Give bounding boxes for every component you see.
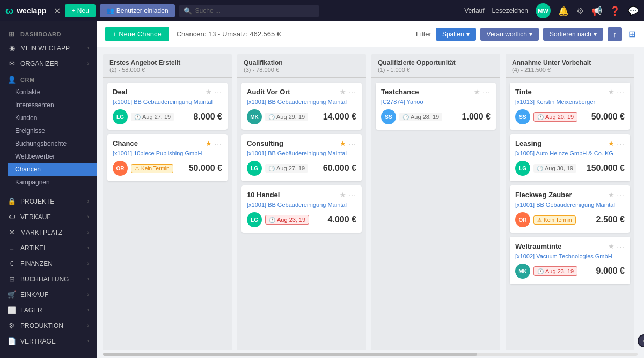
sidebar-item-vertrage[interactable]: 📄 VERTRÄGE ›	[0, 333, 97, 349]
card-sub: [C27874] Yahoo	[381, 99, 491, 105]
nav-right: Verlauf Lesezeichen MW 🔔 ⚙ 📢 ❓ 💬	[464, 3, 639, 18]
card-header: Consulting ★ ···	[247, 139, 356, 148]
sidebar-item-kontakte[interactable]: Kontakte	[8, 86, 97, 99]
star-icon[interactable]: ★	[608, 88, 614, 96]
card-footer-left: OR ⚠Kein Termin	[113, 161, 173, 176]
card-menu-icon[interactable]: ···	[348, 139, 356, 148]
card-menu-icon[interactable]: ···	[617, 191, 625, 199]
card-3-2[interactable]: Fleckweg Zauber ★ ··· [x1001] BB Gebäude…	[510, 185, 630, 233]
chat-icon[interactable]: 💬	[628, 6, 639, 16]
card-amount: 2.500 €	[596, 215, 625, 225]
spalten-button[interactable]: Spalten ▾	[436, 28, 476, 41]
sidebar-item-lager[interactable]: ⬜ LAGER ›	[0, 302, 97, 318]
close-nav-icon[interactable]: ✕	[54, 6, 61, 16]
sidebar-item-kunden[interactable]: Kunden	[8, 111, 97, 124]
card-menu-icon[interactable]: ···	[348, 88, 356, 96]
card-sub: [x1002] Vacuum Technologies GmbH	[515, 253, 625, 259]
star-icon[interactable]: ★	[340, 139, 346, 147]
card-title: Chance	[113, 139, 203, 147]
upload-button[interactable]: ↑	[608, 27, 622, 41]
star-icon[interactable]: ★	[608, 191, 614, 199]
sidebar-section-main: ⊞ DASHBOARD ◉ MEIN WECLAPP › ✉ ORGANIZER…	[0, 21, 97, 353]
card-3-0[interactable]: Tinte ★ ··· [x1013] Kerstin Meixensberge…	[510, 83, 630, 130]
card-header: Audit Vor Ort ★ ···	[247, 88, 356, 96]
sidebar-item-einkauf[interactable]: 🛒 EINKAUF ›	[0, 287, 97, 302]
col-title-3: Annahme Unter Vorbehalt	[512, 59, 628, 66]
card-sub: [x1001] BB Gebäudereinigung Maintal	[247, 202, 356, 208]
card-1-2[interactable]: 10 Handel ★ ··· [x1001] BB Gebäudereinig…	[241, 185, 362, 233]
sidebar: ⊞ DASHBOARD ◉ MEIN WECLAPP › ✉ ORGANIZER…	[0, 21, 97, 358]
sidebar-item-produktion[interactable]: ⚙ PRODUKTION ›	[0, 318, 97, 333]
invite-user-button[interactable]: 👥 Benutzer einladen	[100, 4, 175, 17]
new-button[interactable]: + Neu	[65, 4, 95, 17]
col-cards-1: Audit Vor Ort ★ ··· [x1001] BB Gebäudere…	[237, 78, 366, 350]
star-icon[interactable]: ★	[608, 242, 614, 250]
col-header-3: Annahme Unter Vorbehalt (4) - 211.500 €	[506, 54, 634, 78]
sidebar-item-dashboard[interactable]: ⊞ DASHBOARD	[0, 26, 97, 40]
sidebar-item-chancen[interactable]: Chancen	[8, 163, 97, 176]
sidebar-item-finanzen[interactable]: € FINANZEN ›	[0, 256, 97, 271]
card-menu-icon[interactable]: ···	[482, 88, 491, 96]
card-menu-icon[interactable]: ···	[214, 88, 222, 96]
card-menu-icon[interactable]: ···	[214, 139, 222, 148]
sidebar-item-buchhaltung[interactable]: ⊟ BUCHHALTUNG ›	[0, 271, 97, 287]
card-menu-icon[interactable]: ···	[617, 242, 625, 251]
gear-icon[interactable]: ⚙	[576, 6, 584, 16]
verantwortlich-button[interactable]: Verantwortlich ▾	[480, 28, 539, 41]
sidebar-item-marktplatz[interactable]: ✕ MARKTPLATZ ›	[0, 225, 97, 240]
star-icon[interactable]: ★	[474, 88, 480, 96]
sidebar-item-verkauf[interactable]: 🏷 VERKAUF ›	[0, 209, 97, 225]
card-menu-icon[interactable]: ···	[617, 88, 625, 96]
sortieren-button[interactable]: Sortieren nach ▾	[543, 28, 603, 41]
search-input[interactable]	[195, 7, 314, 14]
lesezeichen-link[interactable]: Lesezeichen	[492, 7, 528, 14]
card-header: Weltraumtinte ★ ···	[515, 242, 625, 251]
card-amount: 150.000 €	[587, 163, 625, 173]
finanzen-icon: €	[8, 259, 16, 267]
sidebar-item-crm-header: 👤 CRM	[0, 71, 97, 86]
star-icon[interactable]: ★	[206, 139, 212, 147]
sidebar-item-buchungsberichte[interactable]: Buchungsberichte	[8, 137, 97, 150]
star-icon[interactable]: ★	[206, 88, 212, 96]
card-2-0[interactable]: Testchance ★ ··· [C27874] Yahoo SS 🕐Aug …	[376, 83, 496, 130]
card-1-1[interactable]: Consulting ★ ··· [x1001] BB Gebäudereini…	[241, 134, 362, 181]
star-icon[interactable]: ★	[340, 88, 346, 96]
question-icon[interactable]: ❓	[610, 6, 620, 16]
neue-chance-button[interactable]: + Neue Chance	[105, 27, 169, 41]
sidebar-item-wettbewerber[interactable]: Wettbewerber	[8, 150, 97, 163]
user-avatar[interactable]: MW	[536, 3, 551, 18]
marktplatz-icon: ✕	[8, 228, 16, 236]
card-1-0[interactable]: Audit Vor Ort ★ ··· [x1001] BB Gebäudere…	[241, 83, 362, 130]
sidebar-item-artikel[interactable]: ≡ ARTIKEL ›	[0, 240, 97, 256]
dashboard-icon: ⊞	[8, 30, 16, 38]
card-3-3[interactable]: Weltraumtinte ★ ··· [x1002] Vacuum Techn…	[510, 237, 630, 284]
card-0-0[interactable]: Deal ★ ··· [x1001] BB Gebäudereinigung M…	[107, 83, 228, 130]
card-menu-icon[interactable]: ···	[348, 191, 356, 199]
sidebar-item-interessenten[interactable]: Interessenten	[8, 99, 97, 111]
star-icon[interactable]: ★	[340, 191, 346, 199]
sidebar-item-kampagnen[interactable]: Kampagnen	[8, 176, 97, 189]
megaphone-icon[interactable]: 📢	[591, 6, 602, 16]
sidebar-item-ereignisse[interactable]: Ereignisse	[8, 124, 97, 137]
artikel-icon: ≡	[8, 244, 16, 252]
bell-icon[interactable]: 🔔	[558, 6, 569, 16]
card-menu-icon[interactable]: ···	[617, 139, 625, 148]
logo[interactable]: ω weclapp	[5, 5, 46, 17]
card-date: 🕐Aug 30, 19	[533, 164, 576, 173]
sidebar-item-mein-weclapp[interactable]: ◉ MEIN WECLAPP ›	[0, 40, 97, 56]
card-sub: [x1013] Kerstin Meixensberger	[515, 99, 625, 105]
card-3-1[interactable]: Leasing ★ ··· [x1005] Auto Heinze GmbH &…	[510, 134, 630, 181]
card-0-1[interactable]: Chance ★ ··· [x1001] 10piece Publishing …	[107, 134, 228, 181]
horizontal-scrollbar[interactable]	[97, 350, 644, 358]
card-avatar: LG	[247, 212, 262, 227]
card-footer: MK 🕐Aug 29, 19 14.000 €	[247, 109, 356, 124]
grid-view-icon[interactable]: ⊞	[628, 29, 635, 39]
card-sub: [x1001] BB Gebäudereinigung Maintal	[247, 150, 356, 156]
star-icon[interactable]: ★	[608, 139, 614, 147]
verlauf-link[interactable]: Verlauf	[464, 7, 484, 14]
card-footer-left: LG 🕐Aug 23, 19	[247, 212, 309, 227]
sidebar-item-projekte[interactable]: 🔒 PROJEKTE ›	[0, 193, 97, 209]
logo-icon: ω	[5, 5, 13, 17]
search-box[interactable]: 🔍	[179, 5, 319, 17]
sidebar-item-organizer[interactable]: ✉ ORGANIZER ›	[0, 56, 97, 71]
